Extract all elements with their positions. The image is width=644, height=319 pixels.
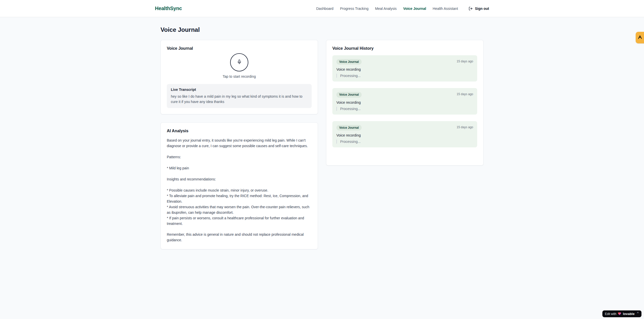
entry-timestamp: 15 days ago [457,59,473,63]
entry-type-badge: Voice Journal [336,59,362,65]
entry-status: Processing... [336,140,473,144]
entry-status: Processing... [336,107,473,111]
page-title: Voice Journal [160,26,484,33]
entry-timestamp: 15 days ago [457,125,473,129]
record-button[interactable] [230,53,248,71]
sign-out-label: Sign out [475,7,489,11]
main-nav: Dashboard Progress Tracking Meal Analysi… [316,7,489,11]
recorder-card-title: Voice Journal [167,46,312,51]
nav-item-health-assistant[interactable]: Health Assistant [433,7,458,11]
voice-recorder-card: Voice Journal Tap to start recording [160,40,318,114]
top-navbar: HealthSync Dashboard Progress Tracking M… [0,0,644,17]
nav-item-progress-tracking[interactable]: Progress Tracking [340,7,368,11]
main-content: Voice Journal Voice Journal [160,17,484,249]
nav-item-meal-analysis[interactable]: Meal Analysis [375,7,397,11]
lovable-edge-button[interactable] [636,32,644,43]
ai-analysis-text: Based on your journal entry, it sounds l… [167,138,312,243]
recording-hint: Tap to start recording [167,74,312,78]
history-entry[interactable]: Voice Journal 15 days ago Voice recordin… [332,55,477,82]
edit-with-label: Edit with [605,312,616,316]
transcript-title: Live Transcript [171,88,308,92]
entry-text: Voice recording [336,133,473,137]
entry-timestamp: 15 days ago [457,92,473,96]
lovable-brand-label: lovable [623,312,634,316]
entry-status: Processing... [336,74,473,78]
lovable-mark-icon [638,35,642,40]
history-entries: Voice Journal 15 days ago Voice recordin… [332,55,477,147]
ai-analysis-card: AI Analysis Based on your journal entry,… [160,122,318,249]
microphone-icon [237,60,242,65]
entry-text: Voice recording [336,100,473,104]
entry-text: Voice recording [336,67,473,71]
sign-out-icon [469,7,473,11]
sign-out-button[interactable]: Sign out [469,7,489,11]
app-logo[interactable]: HealthSync [155,6,182,11]
nav-item-dashboard[interactable]: Dashboard [316,7,334,11]
live-transcript-box: Live Transcript hey so like I do have a … [167,84,312,108]
history-card: Voice Journal History Voice Journal 15 d… [326,40,484,166]
history-title: Voice Journal History [332,46,477,51]
ai-analysis-title: AI Analysis [167,129,312,133]
gradient-heart-icon [618,312,621,316]
history-entry[interactable]: Voice Journal 15 days ago Voice recordin… [332,121,477,147]
transcript-text: hey so like I do have a mild pain in my … [171,94,308,104]
badge-close-icon[interactable]: ✕ [637,311,639,314]
edit-with-lovable-badge[interactable]: Edit with lovable ✕ [602,310,641,317]
nav-item-voice-journal[interactable]: Voice Journal [403,7,426,11]
history-entry[interactable]: Voice Journal 15 days ago Voice recordin… [332,88,477,114]
entry-type-badge: Voice Journal [336,92,362,97]
entry-type-badge: Voice Journal [336,125,362,130]
